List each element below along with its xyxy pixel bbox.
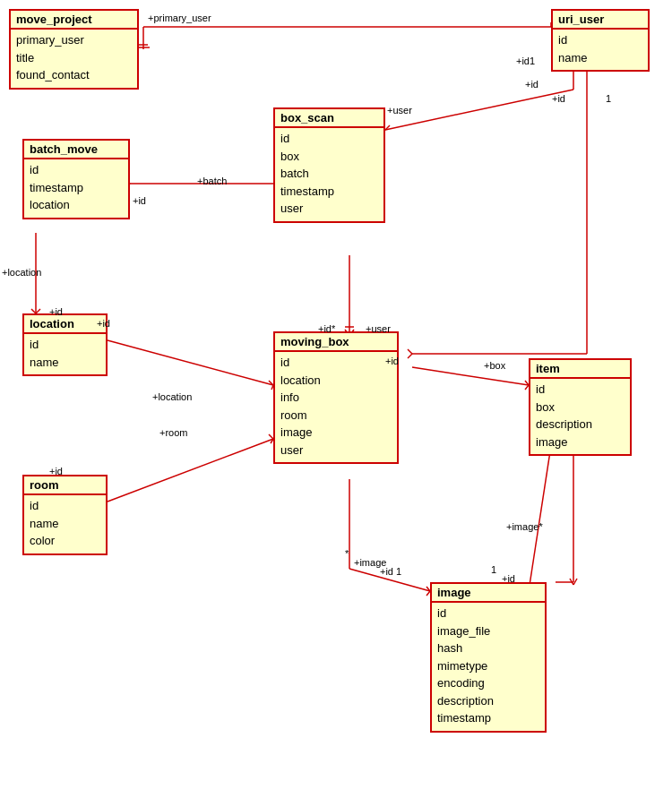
entity-box-scan: box_scan id box batch timestamp user [273, 107, 385, 223]
field-image-file: image_file [437, 622, 539, 640]
entity-body-item: id box description image [530, 379, 630, 454]
entity-body-moving-box: id location info room image user [275, 352, 397, 462]
entity-header-moving-box: moving_box [275, 333, 397, 352]
label-batch: +batch [197, 176, 227, 186]
entity-header-box-scan: box_scan [275, 109, 383, 128]
entity-body-room: id name color [24, 495, 106, 553]
field-box: box [536, 399, 625, 416]
entity-room: room id name color [22, 475, 108, 555]
entity-uri-user: uri_user id name [551, 9, 650, 72]
field-name: name [30, 515, 100, 533]
label-id-2: +id [525, 79, 538, 90]
entity-header-room: room [24, 476, 106, 495]
svg-line-8 [385, 125, 390, 130]
field-id: id [280, 354, 392, 372]
field-id: id [30, 497, 100, 515]
svg-line-11 [408, 349, 412, 354]
field-box: box [280, 148, 378, 166]
entity-header-batch-move: batch_move [24, 141, 128, 159]
field-encoding: encoding [437, 674, 539, 692]
field-image: image [280, 424, 392, 442]
entity-moving-box: moving_box id location info room image u… [273, 331, 399, 464]
label-id-loc1: +id [49, 306, 63, 317]
field-hash: hash [437, 639, 539, 657]
field-location: location [30, 196, 123, 214]
field-timestamp: timestamp [30, 179, 123, 197]
field-id: id [280, 130, 378, 148]
field-description: description [437, 692, 539, 710]
svg-line-6 [385, 90, 573, 130]
label-id-loc2: +id [97, 318, 110, 329]
entity-body-uri-user: id name [553, 30, 648, 70]
label-primary-user: +primary_user [148, 13, 211, 23]
label-1-img: 1 [491, 564, 496, 575]
entity-header-location: location [24, 315, 106, 334]
entity-header-uri-user: uri_user [553, 11, 648, 30]
label-id1: +id1 [516, 56, 535, 66]
svg-line-37 [570, 579, 573, 585]
svg-line-20 [108, 340, 273, 385]
entity-header-image: image [432, 584, 545, 603]
field-user: user [280, 200, 378, 218]
field-mimetype: mimetype [437, 657, 539, 675]
field-name: name [558, 49, 642, 67]
field-primary-user: primary_user [16, 31, 132, 49]
entity-move-project: move_project primary_user title found_co… [9, 9, 139, 90]
entity-header-move-project: move_project [11, 11, 137, 30]
svg-line-12 [408, 354, 412, 358]
label-room: +room [159, 427, 188, 438]
field-image: image [536, 433, 625, 451]
label-id-box: +id [385, 356, 399, 366]
field-title: title [16, 49, 132, 67]
label-location2: +location [152, 391, 192, 402]
field-room: room [280, 407, 392, 425]
field-user: user [280, 442, 392, 459]
field-id: id [437, 605, 539, 622]
field-name: name [30, 354, 100, 372]
entity-body-batch-move: id timestamp location [24, 159, 128, 218]
entity-body-image: id image_file hash mimetype encoding des… [432, 603, 545, 731]
label-id-batch: +id [133, 195, 146, 206]
label-id-1-img: +id 1 [380, 566, 401, 577]
field-info: info [280, 389, 392, 407]
entity-location: location id name [22, 313, 108, 376]
field-id: id [30, 336, 100, 354]
field-id: id [30, 161, 123, 179]
field-description: description [536, 416, 625, 433]
field-batch: batch [280, 165, 378, 183]
field-timestamp: timestamp [280, 183, 378, 201]
label-location: +location [2, 267, 41, 278]
field-timestamp: timestamp [437, 709, 539, 727]
field-color: color [30, 532, 100, 550]
svg-line-28 [412, 367, 529, 385]
label-id-star: +id* [318, 323, 335, 334]
label-box: +box [484, 360, 505, 371]
svg-line-38 [573, 579, 577, 585]
entity-image: image id image_file hash mimetype encodi… [430, 582, 547, 733]
label-1: 1 [606, 93, 611, 104]
entity-batch-move: batch_move id timestamp location [22, 139, 130, 219]
label-id-img2: +id [502, 573, 515, 584]
field-location: location [280, 372, 392, 390]
entity-body-move-project: primary_user title found_contact [11, 30, 137, 88]
label-id-room: +id [49, 466, 63, 476]
field-found-contact: found_contact [16, 66, 132, 84]
field-id: id [558, 31, 642, 49]
entity-body-box-scan: id box batch timestamp user [275, 128, 383, 221]
label-user: +user [387, 105, 412, 116]
label-user2: +user [366, 323, 391, 334]
entity-item: item id box description image [529, 358, 632, 456]
field-id: id [536, 381, 625, 399]
erd-diagram: move_project primary_user title found_co… [0, 0, 672, 798]
label-id-3: +id [552, 93, 565, 104]
entity-body-location: id name [24, 334, 106, 374]
svg-line-31 [108, 439, 273, 502]
label-star2: * [345, 548, 349, 559]
entity-header-item: item [530, 360, 630, 379]
label-image-star: +image* [506, 521, 543, 532]
